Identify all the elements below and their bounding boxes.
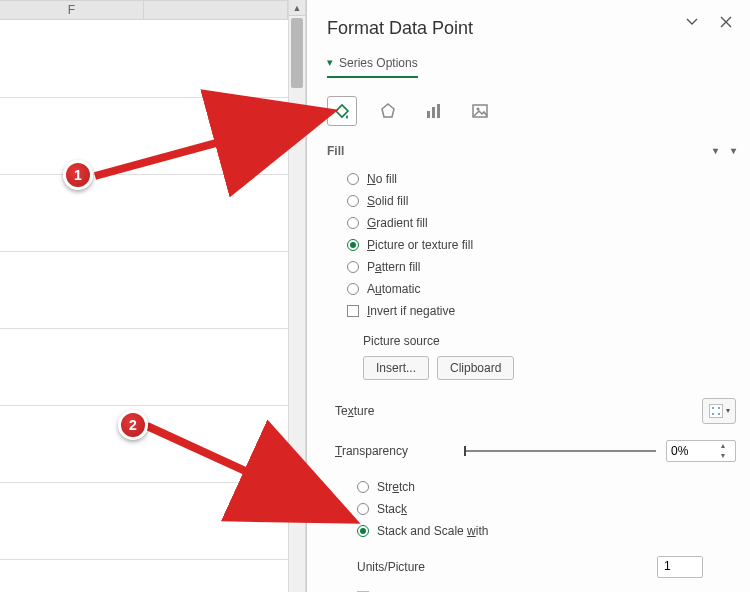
chevron-down-icon: ▾ [713,145,718,156]
fill-section-header[interactable]: ▾ Fill ▾ [327,144,736,158]
format-data-point-pane: Format Data Point ▾ Series Options ▾ Fil… [306,0,750,592]
picture-source-label: Picture source [363,334,736,348]
texture-swatch-icon [709,404,723,418]
grid-row[interactable] [0,483,288,560]
radio-icon [347,261,359,273]
column-header-row: F [0,0,288,20]
radio-stretch[interactable]: Stretch [357,476,736,498]
chevron-down-icon[interactable] [682,12,702,32]
radio-icon [347,217,359,229]
grid-row[interactable] [0,329,288,406]
radio-label: Picture or texture fill [367,238,473,252]
spreadsheet-grid: F [0,0,288,592]
transparency-slider[interactable] [465,450,656,452]
transparency-input[interactable] [667,444,715,458]
units-input[interactable] [658,557,702,575]
grid-row[interactable] [0,21,288,98]
picture-icon[interactable] [465,96,495,126]
radio-pattern-fill[interactable]: Pattern fill [347,256,736,278]
tab-label: Series Options [339,56,418,70]
size-properties-icon[interactable] [419,96,449,126]
annotation-badge-2: 2 [118,410,148,440]
svg-rect-2 [432,107,435,118]
column-header-f[interactable]: F [0,1,144,19]
spin-down-icon[interactable]: ▼ [715,451,731,461]
pane-title: Format Data Point [327,18,736,39]
fill-line-icon[interactable] [327,96,357,126]
radio-icon [357,481,369,493]
grid-row[interactable] [0,252,288,329]
radio-label: Automatic [367,282,420,296]
radio-solid-fill[interactable]: Solid fill [347,190,736,212]
scroll-thumb[interactable] [291,18,303,88]
category-icon-row [327,96,736,126]
fill-heading: Fill [327,144,344,158]
chevron-down-icon: ▾ [726,406,730,415]
radio-label: Stack [377,502,407,516]
radio-stack[interactable]: Stack [357,498,736,520]
radio-gradient-fill[interactable]: Gradient fill [347,212,736,234]
radio-stack-and-scale[interactable]: Stack and Scale with [357,520,736,542]
radio-automatic[interactable]: Automatic [347,278,736,300]
transparency-label: Transparency [335,444,455,458]
radio-icon [347,195,359,207]
tile-mode-radios: Stretch Stack Stack and Scale with [327,476,736,542]
svg-rect-1 [427,111,430,118]
units-per-picture-row: Units/Picture [327,556,736,578]
radio-picture-fill[interactable]: Picture or texture fill [347,234,736,256]
clipboard-button[interactable]: Clipboard [437,356,514,380]
column-header-empty[interactable] [144,1,288,19]
chevron-down-icon: ▾ [327,56,333,69]
radio-label: Solid fill [367,194,408,208]
chevron-down-icon: ▾ [731,145,736,156]
units-input-box[interactable] [657,556,703,578]
tab-series-options[interactable]: ▾ Series Options [327,56,418,78]
radio-label: Gradient fill [367,216,428,230]
units-label: Units/Picture [357,560,657,574]
fill-type-radios: No fill Solid fill Gradient fill Picture… [327,168,736,322]
checkbox-icon [347,305,359,317]
spin-up-icon[interactable]: ▲ [715,441,731,451]
svg-marker-0 [382,104,394,117]
checkbox-invert-if-negative[interactable]: Invert if negative [347,300,736,322]
annotation-badge-1: 1 [63,160,93,190]
vertical-scrollbar[interactable]: ▲ [288,0,306,592]
insert-button[interactable]: Insert... [363,356,429,380]
radio-icon [357,525,369,537]
texture-label: Texture [335,404,455,418]
scroll-up-icon[interactable]: ▲ [289,0,305,16]
svg-rect-3 [437,104,440,118]
radio-label: Stretch [377,480,415,494]
radio-icon [347,239,359,251]
transparency-spinbox[interactable]: ▲ ▼ [666,440,736,462]
radio-icon [357,503,369,515]
radio-icon [347,283,359,295]
checkbox-label: Invert if negative [367,304,455,318]
radio-label: No fill [367,172,397,186]
radio-label: Pattern fill [367,260,420,274]
texture-dropdown[interactable]: ▾ [702,398,736,424]
grid-row[interactable] [0,175,288,252]
radio-no-fill[interactable]: No fill [347,168,736,190]
radio-label: Stack and Scale with [377,524,488,538]
radio-icon [347,173,359,185]
close-icon[interactable] [716,12,736,32]
grid-body[interactable] [0,21,288,560]
effects-icon[interactable] [373,96,403,126]
grid-row[interactable] [0,98,288,175]
picture-source-group: Picture source Insert... Clipboard [327,334,736,380]
